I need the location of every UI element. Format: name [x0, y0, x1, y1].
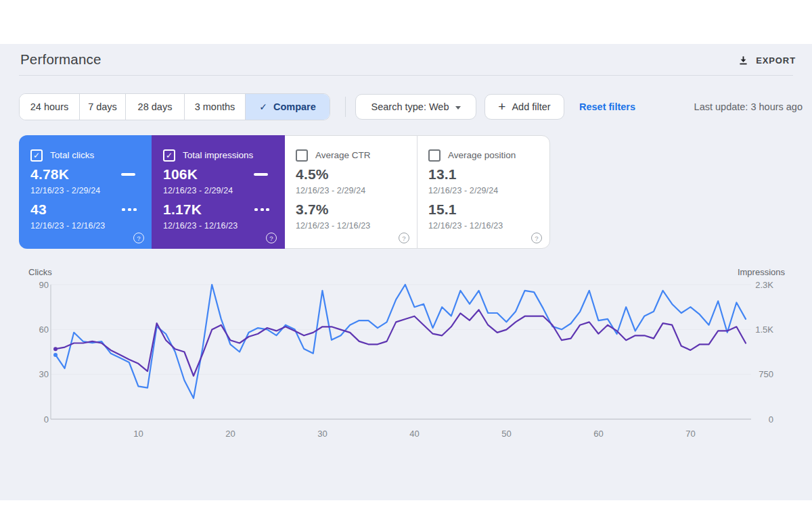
metric-card-total-clicks[interactable]: ✓Total clicks4.78K12/16/23 - 2/29/244312… — [19, 135, 152, 249]
metric-value: 4.78K — [30, 166, 69, 183]
metric-value: 4.5% — [296, 166, 329, 183]
metric-date-range: 12/16/23 - 2/29/24 — [30, 186, 100, 195]
x-axis-tick: 70 — [685, 429, 695, 439]
left-axis-tick: 0 — [44, 414, 49, 425]
x-axis-tick: 50 — [501, 429, 511, 439]
date-tab-28-days[interactable]: 28 days — [125, 94, 184, 120]
date-tab-24-hours[interactable]: 24 hours — [20, 94, 79, 120]
metric-value: 1.17K — [163, 201, 202, 218]
date-tab-label: 24 hours — [30, 101, 68, 112]
date-tab-7-days[interactable]: 7 days — [79, 94, 125, 120]
add-filter-label: Add filter — [512, 101, 550, 112]
left-axis-tick: 90 — [39, 280, 49, 290]
right-axis-tick: 1.5K — [755, 325, 773, 335]
left-axis-tick: 30 — [39, 369, 49, 379]
last-update-text: Last update: 3 hours ago — [694, 101, 803, 112]
x-axis-tick: 30 — [317, 429, 327, 439]
help-icon[interactable]: ? — [531, 233, 542, 243]
right-axis-tick: 0 — [769, 414, 773, 425]
total-clicks-start-point — [53, 353, 58, 357]
metric-card-label: Total clicks — [50, 150, 94, 160]
checked-checkbox[interactable]: ✓ — [163, 149, 175, 162]
metric-card-total-impressions[interactable]: ✓Total impressions106K12/16/23 - 2/29/24… — [152, 135, 285, 249]
filter-row: 24 hours7 days28 days3 months✓Compare Se… — [19, 94, 803, 120]
date-tab-compare[interactable]: ✓Compare — [245, 94, 330, 120]
check-icon: ✓ — [259, 101, 267, 112]
header-divider — [19, 75, 793, 76]
x-axis-tick: 20 — [225, 429, 235, 439]
performance-chart: 0030750601.5K902.3KClicksImpressions1020… — [19, 264, 797, 450]
export-label: EXPORT — [756, 55, 796, 66]
unchecked-checkbox[interactable] — [296, 149, 308, 162]
metric-date-range: 12/16/23 - 2/29/24 — [163, 186, 233, 195]
date-tab-label: 3 months — [195, 101, 235, 112]
metric-value: 3.7% — [296, 201, 329, 218]
dotted-line-legend-icon — [122, 208, 137, 211]
checked-checkbox[interactable]: ✓ — [30, 149, 43, 162]
export-button[interactable]: EXPORT — [737, 53, 797, 68]
x-axis-tick: 40 — [409, 429, 419, 439]
date-tab-label: Compare — [273, 101, 316, 112]
metric-card-label: Average CTR — [315, 150, 371, 160]
metric-card-average-ctr[interactable]: Average CTR4.5%12/16/23 - 2/29/243.7%12/… — [284, 135, 418, 249]
plus-icon: + — [498, 100, 505, 113]
metric-date-range: 12/16/23 - 12/16/23 — [30, 221, 105, 231]
left-axis-tick: 60 — [39, 325, 49, 335]
search-console-performance-page: Performance EXPORT 24 hours7 days28 days… — [0, 0, 812, 528]
unchecked-checkbox[interactable] — [428, 149, 441, 162]
metric-date-range: 12/16/23 - 12/16/23 — [428, 221, 503, 231]
metric-card-average-position[interactable]: Average position13.112/16/23 - 2/29/2415… — [417, 135, 550, 249]
metric-value: 43 — [30, 201, 47, 218]
left-axis-title: Clicks — [28, 267, 52, 277]
add-filter-button[interactable]: + Add filter — [484, 94, 564, 120]
total-impressions-start-point — [53, 347, 58, 351]
metric-value: 106K — [163, 166, 198, 183]
date-tab-3-months[interactable]: 3 months — [184, 94, 245, 120]
right-axis-tick: 2.3K — [755, 280, 773, 290]
total-clicks-line — [55, 285, 746, 398]
metric-cards-row: ✓Total clicks4.78K12/16/23 - 2/29/244312… — [19, 135, 550, 249]
dotted-line-legend-icon — [254, 208, 269, 211]
solid-line-legend-icon — [121, 173, 135, 176]
metric-value: 15.1 — [428, 201, 457, 218]
metric-card-label: Average position — [448, 150, 516, 160]
right-axis-title: Impressions — [738, 267, 786, 277]
metric-card-label: Total impressions — [183, 150, 253, 160]
date-tab-label: 28 days — [138, 101, 173, 112]
search-type-dropdown[interactable]: Search type: Web — [355, 94, 476, 120]
search-type-label: Search type: Web — [371, 101, 449, 112]
content-area: Performance EXPORT 24 hours7 days28 days… — [0, 44, 812, 500]
metric-date-range: 12/16/23 - 12/16/23 — [296, 221, 370, 231]
solid-line-legend-icon — [254, 173, 268, 176]
x-axis-tick: 60 — [593, 429, 603, 439]
date-range-tabs: 24 hours7 days28 days3 months✓Compare — [19, 93, 330, 120]
help-icon[interactable]: ? — [399, 233, 409, 243]
help-icon[interactable]: ? — [266, 233, 277, 243]
filter-separator — [345, 97, 346, 117]
reset-filters-link[interactable]: Reset filters — [579, 101, 635, 112]
download-icon — [738, 55, 748, 66]
metric-value: 13.1 — [428, 166, 457, 183]
help-icon[interactable]: ? — [133, 233, 144, 243]
right-axis-tick: 750 — [759, 369, 773, 379]
metric-date-range: 12/16/23 - 2/29/24 — [296, 186, 365, 195]
date-tab-label: 7 days — [88, 101, 117, 112]
metric-date-range: 12/16/23 - 12/16/23 — [163, 221, 238, 231]
x-axis-tick: 10 — [133, 429, 143, 439]
metric-date-range: 12/16/23 - 2/29/24 — [428, 186, 498, 195]
page-title: Performance — [20, 51, 102, 68]
chevron-down-icon — [455, 106, 461, 110]
